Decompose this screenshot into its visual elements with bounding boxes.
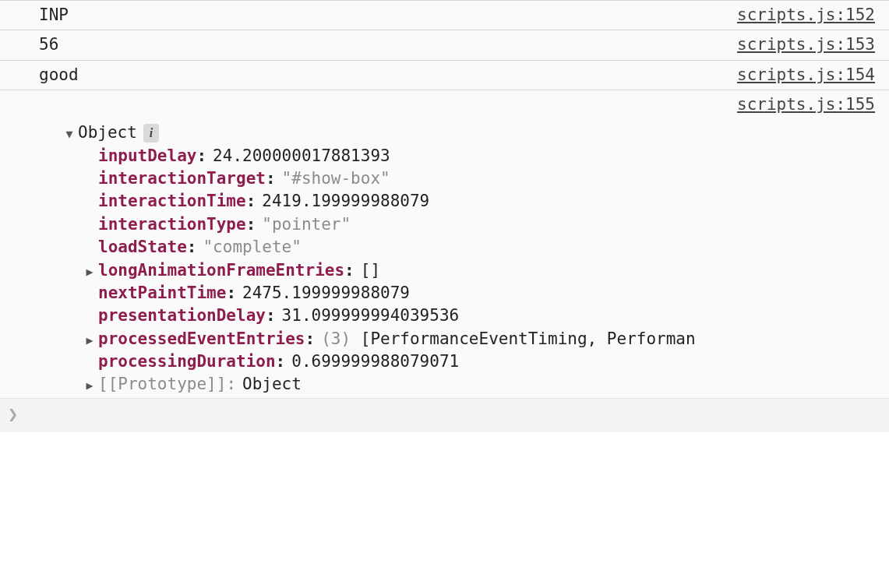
prop-value: "pointer": [262, 213, 351, 236]
prop-key: processedEventEntries: [98, 328, 305, 350]
object-tree: ▼ Object i inputDelay: 24.20000001788139…: [39, 95, 875, 396]
prop-key: interactionType: [98, 213, 246, 236]
object-property: loadState: "complete": [39, 236, 875, 259]
source-link[interactable]: scripts.js:152: [737, 4, 875, 26]
source-link[interactable]: scripts.js:153: [737, 33, 875, 56]
source-link[interactable]: scripts.js:155: [737, 93, 875, 116]
prop-value: "complete": [203, 236, 301, 259]
prop-value: 0.699999988079071: [291, 350, 459, 373]
object-property: presentationDelay: 31.099999994039536: [39, 305, 875, 327]
console-panel: INP scripts.js:152 56 scripts.js:153 goo…: [0, 0, 889, 432]
prop-value: []: [361, 259, 380, 282]
prototype-key: [[Prototype]]: [98, 373, 226, 396]
prop-value: 2475.199999988079: [242, 282, 410, 305]
prop-key: inputDelay: [98, 145, 196, 167]
prop-key: longAnimationFrameEntries: [98, 259, 344, 282]
object-property: interactionTime: 2419.199999988079: [39, 190, 875, 213]
prop-key: interactionTime: [98, 190, 246, 213]
log-text: 56: [39, 33, 58, 56]
object-property: nextPaintTime: 2475.199999988079: [39, 282, 875, 305]
prototype-value: Object: [242, 373, 302, 396]
object-property: interactionType: "pointer": [39, 213, 875, 236]
prop-value: "#show-box": [282, 167, 390, 190]
object-property: processingDuration: 0.699999988079071: [39, 350, 875, 373]
console-log-row: INP scripts.js:152: [0, 0, 889, 30]
console-object-row: scripts.js:155 ▼ Object i inputDelay: 24…: [0, 90, 889, 398]
log-text: good: [39, 64, 79, 86]
prop-count: (3): [321, 328, 351, 350]
object-property[interactable]: ▶ longAnimationFrameEntries: []: [39, 259, 875, 282]
object-property[interactable]: ▶ processedEventEntries: (3) [Performanc…: [39, 328, 875, 350]
disclosure-triangle-right-icon[interactable]: ▶: [81, 333, 98, 349]
disclosure-triangle-right-icon[interactable]: ▶: [81, 378, 98, 394]
object-root-line[interactable]: ▼ Object i: [39, 121, 875, 144]
log-text: INP: [39, 4, 69, 26]
prop-key: nextPaintTime: [98, 282, 226, 305]
console-log-row: good scripts.js:154: [0, 61, 889, 90]
prop-key: loadState: [98, 236, 187, 259]
prop-key: processingDuration: [98, 350, 276, 373]
disclosure-triangle-right-icon[interactable]: ▶: [81, 264, 98, 280]
console-prompt[interactable]: ❯: [0, 398, 889, 432]
info-icon[interactable]: i: [143, 124, 159, 143]
prop-value: 2419.199999988079: [262, 190, 429, 213]
prop-key: presentationDelay: [98, 305, 266, 327]
console-log-row: 56 scripts.js:153: [0, 30, 889, 60]
chevron-right-icon: ❯: [8, 403, 18, 427]
prop-value: 31.099999994039536: [282, 305, 460, 327]
prop-key: interactionTarget: [98, 167, 266, 190]
object-property: inputDelay: 24.200000017881393: [39, 145, 875, 167]
object-prototype[interactable]: ▶ [[Prototype]]: Object: [39, 373, 875, 396]
object-label: Object: [78, 121, 137, 144]
object-property: interactionTarget: "#show-box": [39, 167, 875, 190]
source-link[interactable]: scripts.js:154: [737, 64, 875, 86]
disclosure-triangle-down-icon[interactable]: ▼: [61, 126, 78, 143]
prop-value: [PerformanceEventTiming, Performan: [361, 328, 696, 350]
prop-value: 24.200000017881393: [213, 145, 390, 167]
